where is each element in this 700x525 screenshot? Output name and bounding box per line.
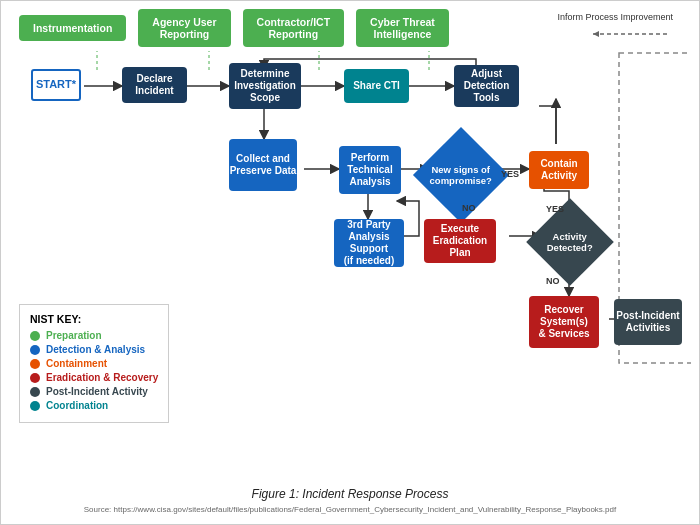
recover-label: Recover System(s) & Services [538, 304, 589, 340]
detection-dot [30, 345, 40, 355]
legend-item-detection: Detection & Analysis [30, 344, 158, 355]
activity-detected-diamond: Activity Detected? [539, 211, 601, 273]
execute-eradication-node: Execute Eradication Plan [424, 219, 496, 263]
new-signs-diamond: New signs of compromise? [427, 141, 495, 209]
third-party-label: 3rd Party Analysis Support (if needed) [334, 219, 404, 267]
recover-node: Recover System(s) & Services [529, 296, 599, 348]
third-party-node: 3rd Party Analysis Support (if needed) [334, 219, 404, 267]
contain-activity-node: Contain Activity [529, 151, 589, 189]
legend-item-preparation: Preparation [30, 330, 158, 341]
post-incident-dot [30, 387, 40, 397]
collect-label: Collect and Preserve Data [230, 153, 297, 177]
activity-detected-label: Activity Detected? [539, 229, 601, 256]
coordination-label: Coordination [46, 400, 108, 411]
declare-label: Declare Incident [135, 73, 173, 97]
yes-label-1: YES [501, 169, 519, 179]
legend-item-post-incident: Post-Incident Activity [30, 386, 158, 397]
declare-incident-node: Declare Incident [122, 67, 187, 103]
legend-item-eradication: Eradication & Recovery [30, 372, 158, 383]
legend-item-containment: Containment [30, 358, 158, 369]
start-node: START* [31, 69, 81, 101]
post-incident-node: Post-Incident Activities [614, 299, 682, 345]
svg-marker-1 [593, 31, 599, 37]
agency-reporting-box: Agency User Reporting [138, 9, 230, 47]
share-cti-label: Share CTI [353, 80, 400, 92]
figure-caption: Figure 1: Incident Response Process [9, 483, 691, 503]
no-label-1: NO [462, 203, 476, 213]
share-cti-node: Share CTI [344, 69, 409, 103]
containment-label: Containment [46, 358, 107, 369]
legend-title: NIST KEY: [30, 313, 158, 325]
page-container: Instrumentation Agency User Reporting Co… [0, 0, 700, 525]
inform-label: Inform Process Improvement [557, 12, 673, 22]
inform-arrow [593, 24, 673, 44]
technical-analysis-node: Perform Technical Analysis [339, 146, 401, 194]
no-label-2: NO [546, 276, 560, 286]
cti-box: Cyber Threat Intelligence [356, 9, 449, 47]
execute-label: Execute Eradication Plan [433, 223, 487, 259]
detection-label: Detection & Analysis [46, 344, 145, 355]
preparation-label: Preparation [46, 330, 102, 341]
preparation-dot [30, 331, 40, 341]
eradication-label: Eradication & Recovery [46, 372, 158, 383]
diagram-area: START* Declare Incident Determine Invest… [9, 51, 691, 483]
technical-label: Perform Technical Analysis [347, 152, 392, 188]
eradication-dot [30, 373, 40, 383]
top-inputs-row: Instrumentation Agency User Reporting Co… [9, 9, 691, 47]
legend: NIST KEY: Preparation Detection & Analys… [19, 304, 169, 423]
adjust-tools-node: Adjust Detection Tools [454, 65, 519, 107]
contain-label: Contain Activity [540, 158, 577, 182]
footer-text: Source: https://www.cisa.gov/sites/defau… [9, 503, 691, 516]
instrumentation-box: Instrumentation [19, 15, 126, 41]
legend-item-coordination: Coordination [30, 400, 158, 411]
start-label: START* [36, 78, 76, 91]
containment-dot [30, 359, 40, 369]
new-signs-label: New signs of compromise? [427, 162, 495, 189]
contractor-reporting-box: Contractor/ICT Reporting [243, 9, 345, 47]
yes-label-2: YES [546, 204, 564, 214]
adjust-label: Adjust Detection Tools [464, 68, 510, 104]
coordination-dot [30, 401, 40, 411]
post-incident-label: Post-Incident Activities [616, 310, 679, 334]
collect-data-node: Collect and Preserve Data [229, 139, 297, 191]
determine-scope-node: Determine Investigation Scope [229, 63, 301, 109]
post-incident-activity-label: Post-Incident Activity [46, 386, 148, 397]
determine-label: Determine Investigation Scope [234, 68, 296, 104]
